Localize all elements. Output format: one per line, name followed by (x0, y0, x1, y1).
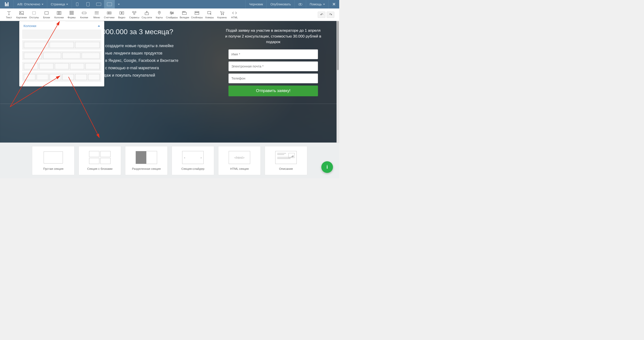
svg-point-32 (221, 14, 222, 15)
svg-rect-15 (109, 12, 110, 14)
section-html[interactable]: <html>HTML секция (218, 146, 261, 175)
tool-menu[interactable]: Меню (90, 8, 103, 21)
svg-rect-6 (60, 11, 61, 14)
svg-rect-4 (57, 11, 58, 14)
device-tablet-button[interactable] (82, 0, 93, 8)
caret-down-icon (118, 4, 120, 5)
svg-rect-16 (110, 12, 111, 14)
caret-down-icon (42, 4, 44, 5)
svg-point-18 (132, 11, 134, 13)
tool-cart[interactable]: Корзина (216, 8, 228, 21)
columns-option-3[interactable] (22, 40, 101, 50)
email-input[interactable] (228, 61, 318, 71)
tool-services[interactable]: Сервисы (128, 8, 140, 21)
svg-point-24 (172, 12, 173, 13)
spacing-icon (31, 10, 37, 15)
tool-hovers[interactable]: Ховеры (203, 8, 216, 21)
preview-button[interactable] (294, 0, 306, 8)
svg-rect-5 (59, 11, 60, 14)
columns-icon (56, 10, 62, 15)
svg-rect-8 (70, 12, 74, 13)
laptop-icon (96, 3, 101, 6)
toolbar: Текст Картинки Отступы Блоки Колонки Фор… (0, 8, 339, 21)
device-more-button[interactable] (115, 0, 122, 8)
tool-maps[interactable]: Карты (153, 8, 166, 21)
section-empty[interactable]: Пустая секция (32, 146, 74, 175)
image-icon (19, 10, 24, 15)
svg-point-25 (171, 13, 172, 14)
tool-spoilers[interactable]: Спойлеры (191, 8, 203, 21)
redo-icon: ↷ (329, 12, 332, 17)
scrollbar-thumb[interactable] (337, 21, 339, 70)
code-icon (232, 10, 237, 15)
phone-input[interactable] (228, 73, 318, 83)
submit-button[interactable]: Отправить заявку! (228, 86, 318, 96)
block-icon (44, 10, 49, 15)
device-desktop-button[interactable] (104, 0, 115, 8)
insert-guide[interactable] (0, 104, 336, 104)
ab-toggle[interactable]: A/B: Отключено (14, 0, 47, 8)
columns-title: Колонки (24, 24, 36, 28)
svg-rect-27 (182, 11, 184, 12)
tool-spacing[interactable]: Отступы (28, 8, 40, 21)
publish-button[interactable]: Опубликовать (266, 0, 294, 8)
slider-icon (169, 10, 174, 15)
columns-option-4[interactable] (22, 51, 101, 60)
svg-point-19 (135, 11, 136, 13)
svg-point-20 (134, 13, 135, 14)
close-button[interactable]: ✕ (328, 0, 339, 8)
signup-form: Отправить заявку! (228, 49, 318, 96)
tool-text[interactable]: Текст (3, 8, 15, 21)
desktop-icon (107, 2, 112, 6)
tool-sliders[interactable]: Слайдеры (166, 8, 178, 21)
top-bar: A/B: Отключено Страница Черновик Опублик… (0, 0, 339, 8)
svg-point-23 (170, 12, 172, 12)
tool-counters[interactable]: Счетчики (103, 8, 116, 21)
redo-button[interactable]: ↷ (327, 12, 334, 18)
columns-option-6[interactable] (22, 72, 101, 82)
help-menu[interactable]: Помощь (306, 0, 328, 8)
map-pin-icon (157, 10, 162, 15)
tool-images[interactable]: Картинки (15, 8, 28, 21)
device-mobile-button[interactable] (72, 0, 82, 8)
tool-social[interactable]: Соц-сети (140, 8, 153, 21)
tool-buttons[interactable]: Кнопки (78, 8, 90, 21)
svg-rect-30 (195, 13, 199, 14)
svg-rect-7 (70, 11, 74, 12)
name-input[interactable] (228, 49, 318, 59)
section-slider[interactable]: ‹›Секция-слайдер (172, 146, 214, 175)
svg-rect-10 (82, 12, 86, 14)
logo[interactable] (0, 2, 14, 6)
help-fab[interactable]: i (321, 161, 333, 173)
tool-forms[interactable]: Формы (65, 8, 78, 21)
info-icon: i (326, 164, 328, 170)
tool-html[interactable]: HTML (228, 8, 241, 21)
tool-tabs[interactable]: Вкладки (178, 8, 191, 21)
chevron-up-icon[interactable] (98, 25, 100, 26)
svg-rect-2 (32, 12, 36, 14)
caret-down-icon (323, 4, 325, 5)
section-blocks[interactable]: Секция с блоками (78, 146, 121, 175)
cta-lead[interactable]: Подай заявку на участие в акселераторе д… (225, 28, 321, 45)
section-description[interactable]: Описание (265, 146, 307, 175)
caret-down-icon (66, 4, 68, 5)
columns-option-2[interactable] (22, 29, 101, 39)
counter-icon (106, 10, 112, 15)
svg-rect-14 (107, 12, 108, 14)
page-menu[interactable]: Страница (47, 0, 72, 8)
device-laptop-button[interactable] (93, 0, 104, 8)
form-icon (69, 10, 74, 15)
tablet-icon (86, 2, 90, 6)
undo-button[interactable]: ↶ (318, 12, 325, 18)
tool-video[interactable]: Видео (116, 8, 128, 21)
svg-point-11 (95, 12, 96, 12)
svg-point-12 (96, 12, 97, 12)
section-split[interactable]: Разделенная секция (125, 146, 168, 175)
columns-option-5[interactable] (22, 62, 101, 71)
services-icon (132, 10, 137, 15)
eye-icon (298, 3, 302, 5)
tool-columns[interactable]: Колонки (53, 8, 65, 21)
tool-blocks[interactable]: Блоки (40, 8, 53, 21)
scrollbar[interactable] (336, 21, 339, 143)
svg-rect-26 (182, 12, 186, 14)
